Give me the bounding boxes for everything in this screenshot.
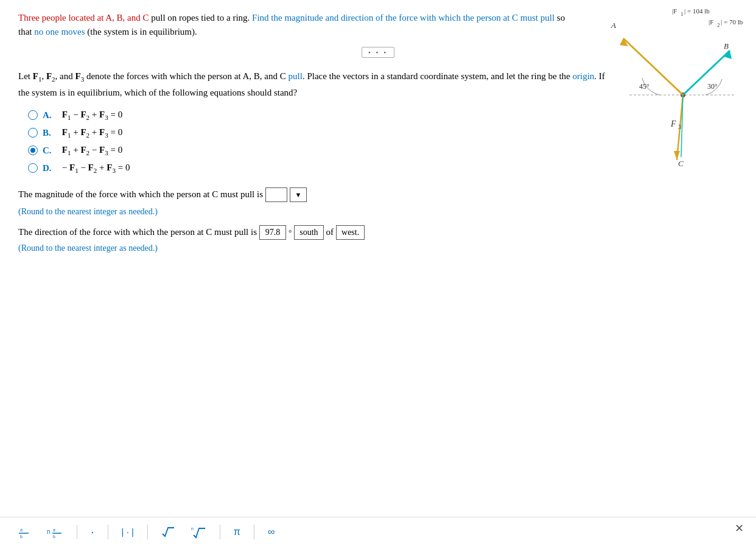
nth-root-icon: n xyxy=(191,525,206,539)
magnitude-dropdown[interactable]: ▼ xyxy=(290,187,307,202)
toolbar-divider-1 xyxy=(77,525,77,539)
infinity-btn[interactable]: ∞ xyxy=(263,524,279,540)
problem-text-black3: (the system is in equilibrium). xyxy=(85,27,197,37)
problem-text-blue1: Find the magnitude and direction of the … xyxy=(252,13,555,23)
F1-arrow xyxy=(623,38,683,95)
direction-prefix: The direction of the force with which th… xyxy=(18,227,257,237)
point-A-label: A xyxy=(611,21,616,30)
label-C: C. xyxy=(43,145,56,156)
magnitude-note: (Round to the nearest integer as needed.… xyxy=(18,207,738,217)
magnitude-input[interactable] xyxy=(265,187,287,202)
close-button[interactable]: ✕ xyxy=(735,522,744,535)
svg-text:3: 3 xyxy=(678,124,681,130)
formula-A: F1 − F2 + F3 = 0 xyxy=(60,110,122,121)
F2-label: |F xyxy=(709,18,713,26)
radio-C-dot xyxy=(30,148,35,153)
toolbar-divider-2 xyxy=(108,525,108,539)
svg-text:b: b xyxy=(20,534,23,539)
abs-value-btn[interactable]: | · | xyxy=(117,524,139,539)
direction-section: The direction of the force with which th… xyxy=(18,225,738,253)
let-paragraph: Let F1, F2, and F3 denote the forces wit… xyxy=(18,69,615,100)
svg-text:| = 104 lb: | = 104 lb xyxy=(684,7,710,15)
problem-text-red1: Three people located at A, B, and C xyxy=(18,13,151,23)
degrees-value-box[interactable]: 97.8 xyxy=(259,225,286,240)
point-C-label: C xyxy=(678,159,684,168)
magnitude-prefix: The magnitude of the force with which th… xyxy=(18,189,263,200)
problem-text-black1: pull on ropes tied to a ring. xyxy=(151,13,252,23)
radio-B[interactable] xyxy=(28,128,38,138)
fraction-btn[interactable]: a b xyxy=(12,523,35,541)
diagram-svg: A B |F 2 | = 70 lb |F 1 | = 104 lb xyxy=(605,5,745,175)
F2-arrow xyxy=(683,51,730,95)
svg-text:b: b xyxy=(53,534,55,539)
label-B: B. xyxy=(43,128,56,138)
radio-C[interactable] xyxy=(28,145,38,155)
svg-text:a: a xyxy=(20,528,23,532)
nth-root-btn[interactable]: n xyxy=(186,523,211,541)
angle1-label: 45° xyxy=(639,82,649,91)
formula-B: F1 + F2 + F3 = 0 xyxy=(60,127,122,139)
degree-symbol: ° xyxy=(289,228,292,237)
svg-text:n: n xyxy=(47,528,51,535)
toolbar-divider-4 xyxy=(220,525,220,539)
fraction-icon: a b xyxy=(17,525,30,539)
mixed-fraction-btn[interactable]: n a b xyxy=(41,523,68,541)
label-D: D. xyxy=(43,163,56,173)
radio-D[interactable] xyxy=(28,163,38,173)
main-content: Three people located at A, B, and C pull… xyxy=(0,0,756,265)
dot-btn[interactable]: · xyxy=(86,522,99,541)
svg-text:| = 70 lb: | = 70 lb xyxy=(721,18,743,26)
dots-box: • • • xyxy=(362,47,394,58)
of-text: of xyxy=(326,227,334,237)
direction1-box[interactable]: south xyxy=(294,225,323,240)
F3-label: F xyxy=(670,119,676,128)
problem-statement: Three people located at A, B, and C pull… xyxy=(18,11,578,38)
F1-label: |F xyxy=(672,7,677,15)
bottom-toolbar: a b n a b · | · | n π ∞ xyxy=(0,517,756,546)
force-diagram: A B |F 2 | = 70 lb |F 1 | = 104 lb xyxy=(605,5,745,175)
svg-text:a: a xyxy=(53,528,55,532)
magnitude-line: The magnitude of the force with which th… xyxy=(18,187,738,202)
svg-text:n: n xyxy=(191,527,194,531)
formula-C: F1 + F2 − F3 = 0 xyxy=(60,145,122,156)
direction-line: The direction of the force with which th… xyxy=(18,225,738,240)
label-A: A. xyxy=(43,110,56,121)
mixed-fraction-icon: n a b xyxy=(46,525,63,539)
point-B-label: B xyxy=(724,41,729,51)
problem-text-blue2: no one moves xyxy=(34,27,85,37)
pi-btn[interactable]: π xyxy=(229,524,245,540)
toolbar-divider-3 xyxy=(147,525,148,539)
direction2-box[interactable]: west. xyxy=(336,225,365,240)
radio-A[interactable] xyxy=(28,110,38,120)
direction-note: (Round to the nearest integer as needed.… xyxy=(18,243,738,253)
toolbar-divider-5 xyxy=(254,525,254,539)
svg-text:2: 2 xyxy=(717,22,720,28)
angle2-label: 30° xyxy=(707,82,718,91)
formula-D: − F1 − F2 + F3 = 0 xyxy=(60,163,130,174)
sqrt-btn[interactable] xyxy=(156,523,180,541)
sqrt-icon xyxy=(161,525,175,539)
magnitude-section: The magnitude of the force with which th… xyxy=(18,187,738,217)
svg-text:1: 1 xyxy=(681,11,684,17)
